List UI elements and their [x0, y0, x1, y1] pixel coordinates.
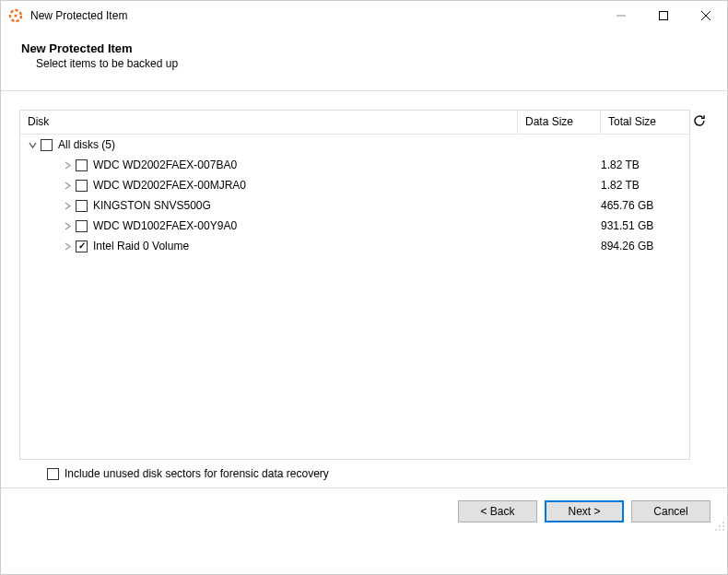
disk-label: WDC WD2002FAEX-00MJRA0 — [93, 179, 246, 192]
close-button[interactable] — [685, 1, 727, 30]
expander-icon[interactable] — [61, 179, 74, 192]
table-row-3[interactable]: WDC WD1002FAEX-00Y9A0 931.51 GB — [20, 216, 689, 236]
include-unused-label: Include unused disk sectors for forensic… — [65, 467, 329, 480]
include-unused-checkbox[interactable] — [47, 468, 59, 480]
expander-icon[interactable] — [61, 219, 74, 232]
row-checkbox[interactable] — [76, 241, 88, 252]
total-size-cell: 1.82 TB — [593, 158, 682, 171]
expander-icon[interactable] — [61, 240, 74, 252]
app-icon — [8, 8, 23, 23]
total-size-cell: 465.76 GB — [593, 199, 682, 212]
expander-icon[interactable] — [26, 138, 39, 151]
svg-point-6 — [722, 522, 724, 523]
table-body: All disks (5) WDC WD2002FAEX-007BA0 1.82… — [20, 135, 689, 459]
next-button[interactable]: Next > — [545, 500, 624, 522]
table-row-root[interactable]: All disks (5) — [20, 135, 689, 155]
expander-icon[interactable] — [61, 199, 74, 212]
svg-point-8 — [722, 525, 724, 527]
include-unused-option[interactable]: Include unused disk sectors for forensic… — [19, 460, 690, 489]
col-total-size[interactable]: Total Size — [601, 111, 689, 135]
titlebar: New Protected Item — [1, 1, 727, 30]
disk-label: Intel Raid 0 Volume — [93, 240, 189, 252]
disk-label: All disks (5) — [58, 138, 115, 151]
window-title: New Protected Item — [30, 9, 127, 22]
svg-point-11 — [722, 529, 724, 531]
svg-rect-3 — [660, 12, 668, 20]
row-checkbox[interactable] — [76, 200, 88, 212]
expander-icon[interactable] — [61, 158, 74, 171]
total-size-cell: 894.26 GB — [593, 240, 682, 252]
wizard-footer: < Back Next > Cancel — [1, 487, 727, 534]
page-subtitle: Select items to be backed up — [36, 57, 709, 70]
wizard-header: New Protected Item Select items to be ba… — [1, 30, 727, 91]
content-area: Disk Data Size Total Size All disks (5) … — [1, 91, 727, 487]
table-row-4[interactable]: Intel Raid 0 Volume 894.26 GB — [20, 236, 689, 256]
table-row-2[interactable]: KINGSTON SNVS500G 465.76 GB — [20, 195, 689, 216]
table-header: Disk Data Size Total Size — [20, 111, 689, 135]
svg-point-10 — [719, 529, 721, 531]
svg-point-9 — [715, 529, 717, 531]
refresh-button[interactable] — [688, 110, 710, 132]
svg-point-7 — [719, 525, 721, 527]
row-checkbox[interactable] — [76, 220, 88, 232]
disk-table: Disk Data Size Total Size All disks (5) … — [19, 110, 690, 460]
table-row-1[interactable]: WDC WD2002FAEX-00MJRA0 1.82 TB — [20, 175, 689, 195]
back-button[interactable]: < Back — [458, 500, 537, 522]
maximize-button[interactable] — [642, 1, 685, 30]
disk-label: WDC WD1002FAEX-00Y9A0 — [93, 219, 237, 232]
disk-label: WDC WD2002FAEX-007BA0 — [93, 158, 237, 171]
cancel-button[interactable]: Cancel — [631, 500, 710, 522]
minimize-button[interactable] — [600, 1, 642, 30]
row-checkbox[interactable] — [41, 139, 53, 151]
svg-point-1 — [14, 14, 17, 17]
page-title: New Protected Item — [21, 41, 709, 55]
row-checkbox[interactable] — [76, 159, 88, 171]
table-row-0[interactable]: WDC WD2002FAEX-007BA0 1.82 TB — [20, 155, 689, 175]
resize-grip-icon[interactable] — [714, 521, 725, 532]
col-disk[interactable]: Disk — [20, 111, 518, 135]
disk-label: KINGSTON SNVS500G — [93, 199, 211, 212]
window-controls — [600, 1, 727, 30]
total-size-cell: 931.51 GB — [593, 219, 682, 232]
total-size-cell: 1.82 TB — [593, 179, 682, 192]
col-data-size[interactable]: Data Size — [518, 111, 601, 135]
row-checkbox[interactable] — [76, 180, 88, 192]
